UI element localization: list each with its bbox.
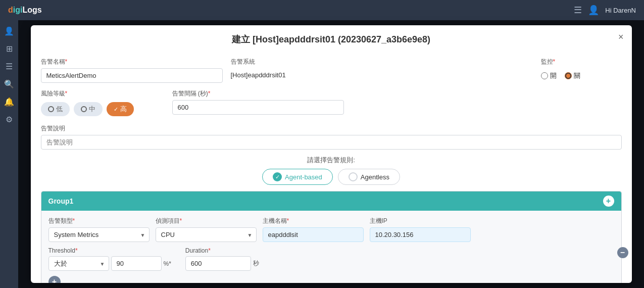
sidebar-bell-icon[interactable]: 🔔 xyxy=(4,97,14,107)
monitor-radio-group: 開 關 xyxy=(541,68,622,83)
form-row-1: 告警名稱* 告警系統 [Host]eapdddrsit01 監控* 開 xyxy=(41,58,622,83)
risk-low-circle xyxy=(48,106,54,112)
monitor-off-option[interactable]: 關 xyxy=(565,71,580,80)
risk-buttons: 低 中 ✓ 高 xyxy=(41,100,134,118)
threshold-operator-select[interactable]: 大於 xyxy=(48,256,109,271)
sidebar-user-icon[interactable]: 👤 xyxy=(4,26,14,36)
sidebar-search-icon[interactable]: 🔍 xyxy=(4,79,14,89)
host-name-label: 主機名稱* xyxy=(263,217,364,225)
rule-agent-based-button[interactable]: ✓ Agent-based xyxy=(262,169,333,185)
rule-agentless-button[interactable]: Agentless xyxy=(338,169,400,185)
interval-group: 告警間隔 (秒)* xyxy=(172,89,344,115)
alert-type-field: 告警類型* System Metrics ▼ xyxy=(48,217,150,242)
description-group: 告警說明 xyxy=(41,124,622,150)
sidebar-grid-icon[interactable]: ⊞ xyxy=(6,44,13,54)
risk-label: 風險等級* xyxy=(41,89,134,98)
agent-based-check-circle: ✓ xyxy=(273,172,282,181)
monitor-on-option[interactable]: 開 xyxy=(541,71,557,80)
threshold-operator-wrapper: 大於 ▼ xyxy=(48,256,109,271)
modal-header: 建立 [Host]eapdddrsit01 (20230627_a3b6e9e8… xyxy=(31,25,632,52)
monitor-on-radio[interactable] xyxy=(541,72,548,79)
risk-mid-circle xyxy=(81,106,87,112)
description-label: 告警說明 xyxy=(41,124,622,133)
group1-section: Group1 + − 告警類型* Sy xyxy=(41,191,622,283)
group-form-row-1: 告警類型* System Metrics ▼ 偵測項目* xyxy=(48,217,614,242)
modal-close-button[interactable]: × xyxy=(618,32,624,41)
duration-inputs: 秒 xyxy=(185,256,259,271)
add-rule-button[interactable]: + xyxy=(48,276,61,283)
interval-input[interactable] xyxy=(172,100,344,115)
modal-dialog: 建立 [Host]eapdddrsit01 (20230627_a3b6e9e8… xyxy=(31,25,632,283)
alert-system-group: 告警系統 [Host]eapdddrsit01 xyxy=(231,58,533,82)
threshold-field: Threshold* 大於 ▼ %* xyxy=(48,247,171,271)
monitor-off-radio[interactable] xyxy=(565,72,572,79)
form-row-3: 告警說明 xyxy=(41,124,622,150)
risk-high-check: ✓ xyxy=(114,106,118,113)
alert-name-group: 告警名稱* xyxy=(41,58,223,83)
alert-system-label: 告警系統 xyxy=(231,58,533,66)
user-label: Hi DarenN xyxy=(605,7,636,14)
sidebar-gear-icon[interactable]: ⚙ xyxy=(6,115,13,124)
logo-area: digiLogs xyxy=(8,6,42,15)
alert-system-value: [Host]eapdddrsit01 xyxy=(231,68,533,82)
nav-right: ☰ 👤 Hi DarenN xyxy=(574,5,636,16)
description-input[interactable] xyxy=(41,135,622,150)
duration-value-input[interactable] xyxy=(185,256,251,271)
risk-low-button[interactable]: 低 xyxy=(41,102,70,116)
modal-title: 建立 [Host]eapdddrsit01 (20230627_a3b6e9e8… xyxy=(232,34,430,44)
monitor-item-select-wrapper: CPU ▼ xyxy=(156,227,257,242)
group1-header: Group1 + xyxy=(41,191,621,211)
threshold-inputs: 大於 ▼ %* xyxy=(48,256,171,271)
logo-logs: Logs xyxy=(22,6,41,14)
sidebar: 👤 ⊞ ☰ 🔍 🔔 ⚙ xyxy=(0,20,18,288)
user-icon[interactable]: 👤 xyxy=(588,5,599,16)
monitor-group: 監控* 開 關 xyxy=(541,58,622,83)
host-ip-field: 主機IP xyxy=(370,217,471,242)
monitor-item-field: 偵測項目* CPU ▼ xyxy=(156,217,257,242)
interval-label: 告警間隔 (秒)* xyxy=(172,89,344,98)
monitor-item-select[interactable]: CPU xyxy=(156,227,257,242)
modal-overlay: 建立 [Host]eapdddrsit01 (20230627_a3b6e9e8… xyxy=(18,20,644,288)
group-add-button[interactable]: + xyxy=(603,196,614,207)
rule-buttons-group: ✓ Agent-based Agentless xyxy=(262,169,400,185)
risk-group: 風險等級* 低 中 ✓ 高 xyxy=(41,89,134,118)
top-navigation: digiLogs ☰ 👤 Hi DarenN xyxy=(0,0,644,20)
threshold-unit: %* xyxy=(164,260,171,267)
threshold-label: Threshold* xyxy=(48,247,171,254)
monitor-label: 監控* xyxy=(541,58,622,66)
host-ip-input[interactable] xyxy=(370,227,471,242)
logo-d: d xyxy=(8,6,13,14)
alert-type-select[interactable]: System Metrics xyxy=(48,227,150,242)
risk-high-button[interactable]: ✓ 高 xyxy=(107,102,134,116)
duration-unit: 秒 xyxy=(253,259,259,268)
threshold-value-input[interactable] xyxy=(111,256,162,271)
rule-select-label: 請選擇告警規則: xyxy=(307,156,355,165)
remove-group-button[interactable]: − xyxy=(617,247,628,258)
duration-label: Duration* xyxy=(185,247,259,254)
monitor-item-label: 偵測項目* xyxy=(156,217,257,225)
group1-body: − 告警類型* System Metrics ▼ xyxy=(41,211,621,283)
sidebar-list-icon[interactable]: ☰ xyxy=(6,62,13,71)
alert-type-select-wrapper: System Metrics ▼ xyxy=(48,227,150,242)
modal-body: 告警名稱* 告警系統 [Host]eapdddrsit01 監控* 開 xyxy=(31,52,632,283)
rule-selection: 請選擇告警規則: ✓ Agent-based Agentless xyxy=(41,156,622,185)
agentless-empty-circle xyxy=(349,172,358,181)
host-ip-label: 主機IP xyxy=(370,217,471,225)
risk-mid-button[interactable]: 中 xyxy=(74,102,103,116)
host-name-field: 主機名稱* xyxy=(263,217,364,242)
alert-type-label: 告警類型* xyxy=(48,217,150,225)
alert-name-input[interactable] xyxy=(41,68,223,83)
group1-label: Group1 xyxy=(48,197,74,205)
form-row-2: 風險等級* 低 中 ✓ 高 xyxy=(41,89,622,118)
alert-name-label: 告警名稱* xyxy=(41,58,223,66)
duration-field: Duration* 秒 xyxy=(185,247,259,271)
threshold-row: Threshold* 大於 ▼ %* xyxy=(48,247,614,271)
host-name-input[interactable] xyxy=(263,227,364,242)
menu-icon[interactable]: ☰ xyxy=(574,5,582,16)
logo-text: digiLogs xyxy=(8,6,42,15)
